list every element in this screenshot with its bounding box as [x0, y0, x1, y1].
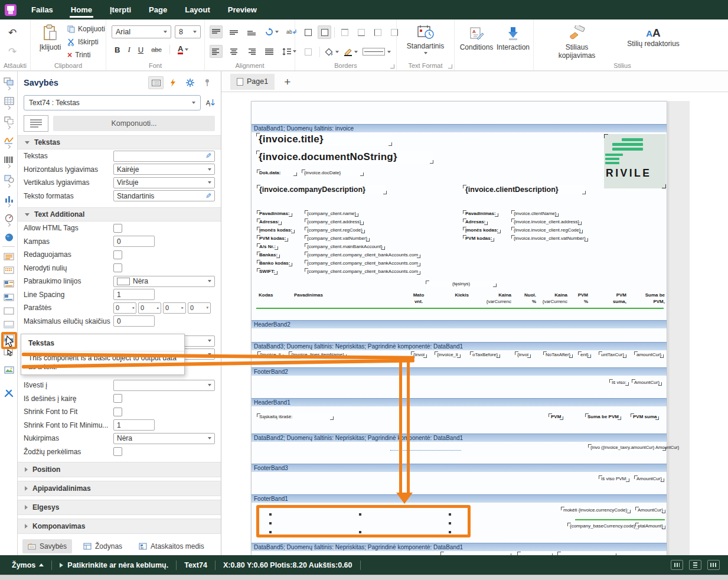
bold-button[interactable]: B [115, 45, 120, 54]
band-footer-icon[interactable] [3, 305, 15, 316]
menu-preview[interactable]: Preview [219, 0, 266, 19]
line-spacing-input[interactable]: 1 [113, 289, 155, 300]
fit-width-icon[interactable] [671, 560, 683, 570]
field-docdate-label[interactable]: Dok.data: [257, 170, 297, 176]
field-label[interactable]: Pavadinimas: [257, 210, 292, 217]
undo-icon[interactable]: ↶ [8, 27, 17, 39]
pencil-icon[interactable]: ✎ [205, 192, 211, 200]
hide-zeros-checkbox[interactable] [113, 263, 122, 272]
field-value[interactable]: {company_client.mainBankAccount} [305, 243, 385, 250]
borders-dialog-launcher-icon[interactable] [390, 64, 394, 69]
chart-tool-icon[interactable] [3, 193, 15, 204]
band-footerband3[interactable]: FooterBand3 [252, 464, 667, 472]
field-base-label[interactable]: {company_baseCurrency.code}: [567, 523, 639, 529]
band-group-icon[interactable] [3, 292, 15, 302]
expand-chevron-icon[interactable] [6, 184, 11, 188]
shrink-font-checkbox[interactable] [113, 408, 122, 416]
field-fb3-label[interactable]: Iš viso PVM: [599, 475, 629, 482]
border-left-button[interactable] [371, 25, 384, 39]
col-header-kaina2[interactable]: Kaina{varCurrenc [535, 292, 567, 305]
menu-page[interactable]: Page [140, 0, 176, 19]
font-family-select[interactable]: Arial [112, 25, 171, 38]
expand-chevron-icon[interactable] [6, 164, 11, 168]
col-header-suma-be-pvm[interactable]: Suma bePVM, [629, 292, 665, 305]
underline-button[interactable]: U [138, 45, 143, 54]
band-databand3[interactable]: DataBand3; Duomenų šaltinis: Nepriskitas… [252, 342, 667, 350]
border-style-select[interactable] [363, 48, 391, 56]
redo-icon[interactable]: ↷ [8, 45, 17, 58]
field-company-description[interactable]: {invoice.companyDescription} [257, 185, 387, 194]
field-label[interactable]: A/s Nr.: [257, 243, 278, 250]
field-label[interactable]: Įmonės kodas: [463, 227, 501, 233]
section-apipavidalinimas[interactable]: Apipavidalinimas [18, 481, 221, 496]
menu-home[interactable]: Home [62, 0, 101, 19]
text-format-dialog-launcher-icon[interactable] [448, 64, 452, 69]
db3-token[interactable]: NoTaxAfter} [543, 351, 573, 358]
col-header-mato[interactable]: Matovnt. [404, 292, 433, 305]
field-fb3-value[interactable]: AmountCur} [634, 475, 664, 482]
col-header-nuol[interactable]: Nuol.% [514, 292, 536, 305]
field-continuation[interactable]: (tęsinys) [426, 281, 497, 287]
trimming-select[interactable]: Nėra [113, 433, 215, 444]
band-page-footer-icon[interactable] [3, 319, 15, 330]
margin-right-input[interactable]: 0▸ [163, 302, 186, 314]
font-size-select[interactable]: 8 [175, 25, 201, 38]
max-lines-input[interactable]: 0 [113, 315, 155, 327]
conditions-button[interactable]: A Conditions [459, 27, 494, 51]
margin-left-input[interactable]: 0◂ [113, 302, 136, 314]
db3-token[interactable]: untTaxCur} [599, 351, 626, 358]
menu-iterpti[interactable]: Įterpti [101, 0, 140, 19]
section-elgesys[interactable]: Elgesys [18, 500, 221, 515]
field-label[interactable]: PVM kodas: [257, 235, 288, 242]
section-text-additional[interactable]: Text Additional [18, 207, 221, 221]
field-value[interactable]: {invoice.clientName} [511, 210, 559, 217]
fit-page-icon[interactable] [689, 560, 701, 570]
field-base-value[interactable]: otalAmount} [635, 523, 665, 529]
tab-savybes[interactable]: Savybės [22, 539, 72, 553]
field-fb2-label[interactable]: Iš viso: [609, 379, 629, 386]
field-value[interactable]: {invoice.invoice_client.regCode} [511, 227, 583, 233]
band-headerband1[interactable]: HeaderBand1 [252, 398, 667, 406]
rtl-checkbox[interactable] [113, 394, 122, 403]
delete-button[interactable]: × Trinti [67, 51, 90, 59]
field-value[interactable]: {company_client.company_client_bankAccou… [305, 252, 420, 258]
field-pay-label[interactable]: mokėti {invoice.currencyCode}: [561, 507, 631, 513]
field-db2-row[interactable]: {invo ({invoice_taxry.amountCur} AmountC… [588, 444, 666, 451]
style-copy-button[interactable]: Stiliauskopijavimas [550, 25, 603, 60]
image-tool-icon[interactable] [3, 364, 15, 375]
text-lines-icon[interactable] [24, 115, 48, 132]
field-fb2-value[interactable]: AmountCur} [632, 379, 662, 386]
pencil-icon[interactable]: ✎ [205, 152, 211, 160]
events-lightning-icon[interactable] [165, 76, 181, 89]
app-logo-icon[interactable] [5, 4, 17, 16]
field-value[interactable]: {invoice.invoice_client.vatNumber} [511, 235, 588, 242]
style-editor-button[interactable]: AA Stilių redaktorius [616, 27, 690, 48]
col-header-kaina1[interactable]: Kaina{varCurrenc [461, 292, 511, 305]
band-footerband2[interactable]: FooterBand2 [252, 367, 667, 376]
report-page[interactable]: DataBand1; Duomenų šaltinis: invoice {in… [251, 101, 667, 555]
settings-gear-icon[interactable] [182, 76, 198, 89]
field-hb1-pvm[interactable]: PVM [549, 413, 563, 420]
field-label[interactable]: Bankas: [257, 252, 280, 258]
horizontal-scrollbar-track[interactable] [0, 575, 728, 580]
field-value[interactable]: {invoice.invoice_client.address} [511, 219, 582, 225]
check-issues-button[interactable]: Patikrinkite ar nėra keblumų. [60, 561, 168, 569]
compose-button[interactable]: Komponuoti... [53, 116, 215, 131]
output-to-select[interactable] [113, 380, 215, 391]
copy-button[interactable]: Kopijuoti [67, 25, 105, 33]
margin-top-input[interactable]: 0▴ [138, 302, 161, 314]
font-color-button[interactable]: A [178, 45, 188, 54]
rotate-text-button[interactable] [263, 25, 280, 38]
align-bottom-button[interactable] [245, 25, 258, 38]
shape-tool-icon[interactable] [3, 174, 15, 184]
field-value[interactable]: {company_client.address} [305, 219, 364, 225]
underline-lines-select[interactable]: Nėra [113, 276, 215, 287]
col-header-pavadinimas[interactable]: Pavadinimas [294, 292, 323, 298]
align-left-button[interactable] [210, 45, 223, 58]
band-headerband2[interactable]: HeaderBand2 [252, 320, 667, 328]
band-databand5[interactable]: DataBand5; Duomenų šaltinis: Nepriskitas… [252, 543, 667, 551]
field-value[interactable]: {company_client.company_client_bankAccou… [305, 268, 420, 275]
field-pay-value[interactable]: AmountCur} [635, 507, 665, 513]
category-view-icon[interactable] [148, 76, 164, 89]
field-hb1-suma-be[interactable]: Suma be PVM [585, 413, 621, 420]
